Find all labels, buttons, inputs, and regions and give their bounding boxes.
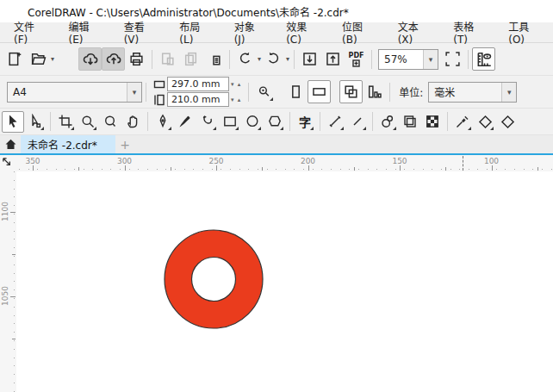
units-combo-arrow-icon[interactable]: ▾: [501, 83, 516, 102]
separator: [146, 83, 146, 102]
separator: [294, 50, 295, 69]
donut-shape-inner[interactable]: [192, 258, 236, 302]
page-height-spinner[interactable]: ▾ ▴: [231, 96, 241, 103]
paste-button[interactable]: [202, 47, 226, 71]
pattern-fill-tool-button[interactable]: [421, 111, 444, 133]
artistic-media-tool-icon: [177, 114, 193, 129]
save-button[interactable]: [55, 47, 78, 71]
portrait-orientation-button[interactable]: [284, 80, 308, 103]
zoom-tool-icon: [80, 114, 96, 129]
menu-effects[interactable]: 效果(C): [274, 16, 330, 48]
page-width-icon: [153, 78, 165, 90]
open-document-button[interactable]: [27, 47, 50, 71]
separator: [50, 112, 51, 131]
property-bar: A4 ▾ 297.0 mm ▾ ▴ 210.0 mm ▾ ▴: [0, 76, 553, 109]
redo-dropdown-caret[interactable]: ▾: [285, 55, 290, 63]
print-button[interactable]: [125, 47, 148, 71]
shape-tool-button[interactable]: [24, 111, 47, 133]
pen-tool-icon: [155, 114, 171, 129]
straight-line-tool-button[interactable]: [324, 111, 346, 133]
page-size-combo-arrow-icon[interactable]: ▾: [127, 83, 141, 102]
units-combo[interactable]: 毫米 ▾: [428, 82, 517, 103]
page-surface[interactable]: [16, 171, 553, 392]
rectangle-tool-button[interactable]: [219, 111, 241, 133]
undo-button[interactable]: [233, 47, 257, 71]
all-pages-icon: [343, 84, 359, 100]
crop-tool-button[interactable]: [54, 111, 77, 133]
fullscreen-preview-button[interactable]: [441, 47, 464, 71]
pan-tool-button[interactable]: [121, 111, 144, 133]
eyedropper-tool-button[interactable]: [451, 111, 474, 133]
vertical-ruler[interactable]: 11001050: [0, 171, 16, 392]
menu-layout[interactable]: 布局(L): [167, 16, 221, 48]
menu-edit[interactable]: 编辑(E): [57, 16, 112, 48]
new-tab-button[interactable]: +: [115, 135, 134, 153]
save-floppy-icon: [59, 51, 75, 67]
redo-button[interactable]: [262, 47, 285, 71]
pdf-icon: PDF: [349, 52, 364, 59]
document-tab-title: 未命名 -2.cdr*: [28, 137, 97, 152]
ruler-origin-corner[interactable]: [0, 155, 16, 171]
menu-bitmaps[interactable]: 位图(B): [330, 16, 386, 48]
contour-tool-button[interactable]: [376, 111, 399, 133]
ruler-label: 350: [22, 157, 44, 165]
cloud-download-button[interactable]: [78, 47, 102, 71]
transparency-tool-button[interactable]: [399, 111, 421, 133]
ruler-label: 100: [481, 157, 503, 165]
zoom-tool-button[interactable]: [77, 111, 99, 133]
zoom-combo-arrow-icon[interactable]: ▾: [423, 50, 438, 69]
horizontal-ruler[interactable]: 350300250200150100: [16, 155, 553, 171]
pan-tool-icon: [125, 114, 140, 129]
copy-icon: [183, 51, 199, 67]
mesh-fill-tool-icon: [500, 114, 516, 130]
zoom-level-combo[interactable]: 57% ▾: [378, 49, 438, 70]
page-size-combo[interactable]: A4 ▾: [7, 82, 142, 103]
export-button[interactable]: [321, 47, 345, 71]
document-tab[interactable]: 未命名 -2.cdr*: [21, 135, 115, 153]
pen-tool-button[interactable]: [152, 111, 174, 133]
mesh-fill-tool-button[interactable]: [496, 111, 519, 133]
units-value: 毫米: [429, 84, 501, 99]
menu-table[interactable]: 表格(T): [441, 16, 496, 48]
b-spline-tool-button[interactable]: [196, 111, 219, 133]
separator: [389, 83, 390, 102]
home-tab-button[interactable]: [0, 135, 21, 153]
interactive-fill-tool-button[interactable]: [474, 111, 496, 133]
menu-file[interactable]: 文件(F): [2, 16, 57, 48]
zoom-alt-tool-button[interactable]: [99, 111, 121, 133]
ellipse-tool-icon: [245, 114, 260, 129]
publish-pdf-button[interactable]: PDF: [345, 47, 368, 71]
show-rulers-button[interactable]: [472, 47, 495, 71]
polygon-tool-button[interactable]: [264, 111, 286, 133]
current-page-button[interactable]: [363, 80, 386, 103]
export-icon: [325, 51, 341, 67]
artistic-media-tool-button[interactable]: [174, 111, 196, 133]
text-tool-button[interactable]: 字: [294, 111, 316, 133]
ruler-label: 300: [114, 157, 136, 165]
drawing-canvas[interactable]: [16, 171, 553, 392]
new-document-button[interactable]: [3, 47, 27, 71]
landscape-orientation-button[interactable]: [308, 80, 331, 103]
menu-tools[interactable]: 工具(O): [496, 16, 553, 48]
toolbox: 字: [0, 109, 553, 135]
menu-object[interactable]: 对象(J): [222, 16, 275, 48]
menu-view[interactable]: 查看(V): [112, 16, 168, 48]
page-boundary-mark: [463, 156, 463, 171]
menu-text[interactable]: 文本(X): [386, 16, 442, 48]
portrait-icon: [288, 84, 304, 100]
connector-tool-button[interactable]: [346, 111, 369, 133]
page-width-field[interactable]: 297.0 mm: [167, 77, 229, 91]
units-label: 单位:: [394, 84, 428, 99]
pick-tool-button[interactable]: [2, 111, 24, 133]
straight-line-tool-icon: [327, 114, 343, 129]
ruler-tick: [125, 165, 126, 171]
home-icon: [4, 138, 17, 151]
cloud-upload-button[interactable]: [102, 47, 125, 71]
import-button[interactable]: [298, 47, 321, 71]
page-height-field[interactable]: 210.0 mm: [167, 92, 229, 107]
menu-bar: 文件(F) 编辑(E) 查看(V) 布局(L) 对象(J) 效果(C) 位图(B…: [0, 22, 553, 43]
all-pages-button[interactable]: [339, 80, 363, 103]
page-width-spinner[interactable]: ▾ ▴: [231, 81, 241, 88]
ellipse-tool-button[interactable]: [241, 111, 264, 133]
page-metrics-button[interactable]: [252, 80, 276, 103]
